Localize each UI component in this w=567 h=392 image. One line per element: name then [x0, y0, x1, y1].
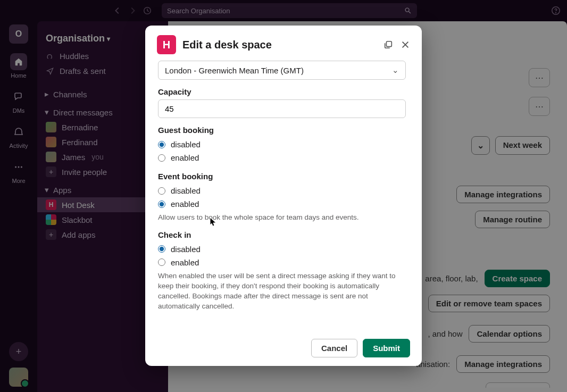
modal-body: London - Greenwich Mean Time (GMT) ⌄ Cap… — [145, 57, 422, 330]
hot-desk-icon: H — [157, 35, 176, 54]
checkin-label: Check in — [158, 230, 406, 239]
event-disabled-radio[interactable]: disabled — [158, 184, 406, 197]
chevron-down-icon: ⌄ — [392, 65, 399, 75]
event-help-text: Allow users to book the whole space for … — [158, 213, 406, 223]
checkin-disabled-radio[interactable]: disabled — [158, 243, 406, 256]
capacity-input[interactable] — [158, 99, 406, 118]
close-icon[interactable] — [401, 40, 410, 49]
edit-desk-space-modal: H Edit a desk space London - Greenwich M… — [145, 26, 422, 366]
capacity-label: Capacity — [158, 87, 406, 96]
popout-icon[interactable] — [383, 40, 393, 49]
timezone-select[interactable]: London - Greenwich Mean Time (GMT) ⌄ — [158, 61, 406, 80]
guest-enabled-radio[interactable]: enabled — [158, 151, 406, 164]
guest-booking-label: Guest booking — [158, 126, 406, 135]
event-enabled-radio[interactable]: enabled — [158, 197, 406, 211]
checkin-enabled-radio[interactable]: enabled — [158, 256, 406, 269]
modal-footer: Cancel Submit — [145, 330, 422, 366]
submit-button[interactable]: Submit — [363, 339, 410, 357]
svg-rect-7 — [386, 41, 391, 47]
checkin-help-text: When enabled the user will be sent a dir… — [158, 271, 406, 312]
event-booking-label: Event booking — [158, 172, 406, 181]
guest-disabled-radio[interactable]: disabled — [158, 138, 406, 151]
modal-title: Edit a desk space — [182, 39, 272, 51]
cancel-button[interactable]: Cancel — [311, 339, 357, 357]
modal-header: H Edit a desk space — [145, 26, 422, 57]
